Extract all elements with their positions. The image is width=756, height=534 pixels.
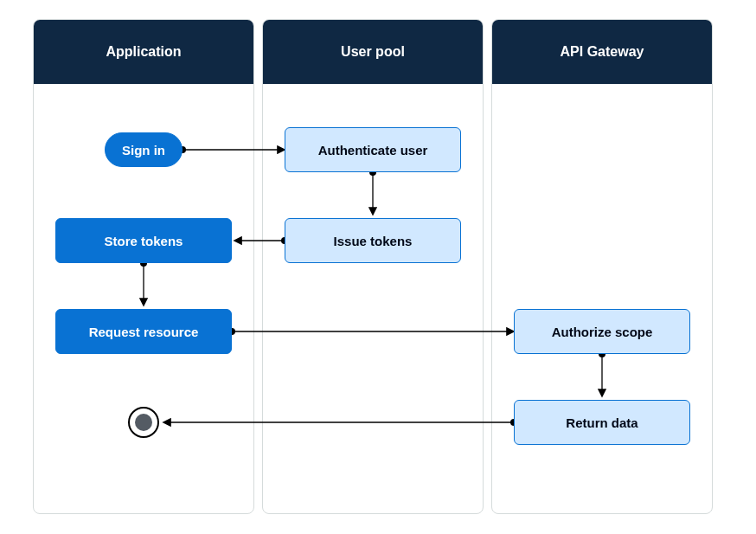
end-dot [135,414,152,431]
lane-application: Application [33,19,254,514]
node-return-data: Return data [514,400,690,445]
lane-userpool: User pool [262,19,484,514]
lane-header-userpool: User pool [263,20,483,84]
node-store-tokens: Store tokens [55,218,232,263]
node-authorize-scope: Authorize scope [514,309,690,354]
node-authenticate-user: Authenticate user [285,127,461,172]
lane-header-apigateway: API Gateway [492,20,712,84]
node-request-resource: Request resource [55,309,232,354]
lane-header-application: Application [34,20,253,84]
node-issue-tokens: Issue tokens [285,218,461,263]
flow-diagram: Application User pool API Gateway [0,0,756,534]
node-sign-in: Sign in [105,132,183,167]
